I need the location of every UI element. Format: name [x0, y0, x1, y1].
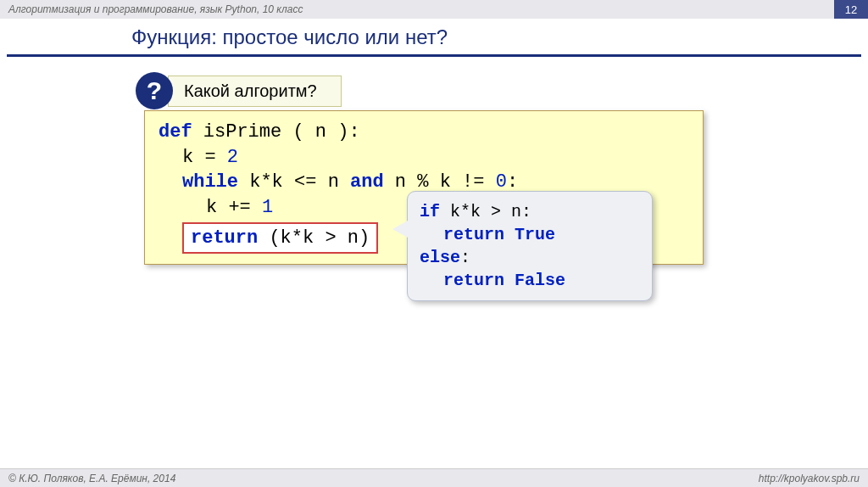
callout-line-4: return False — [420, 269, 640, 292]
callout-box: if k*k > n: return True else: return Fal… — [407, 191, 653, 301]
footer-bar: © К.Ю. Поляков, Е.А. Ерёмин, 2014 http:/… — [0, 468, 868, 487]
title-area: Функция: простое число или нет? — [0, 19, 868, 53]
callout-line-1: if k*k > n: — [420, 200, 640, 223]
slide-title: Функция: простое число или нет? — [131, 25, 868, 49]
footer-url: http://kpolyakov.spb.ru — [759, 473, 860, 484]
return-highlight-box: return (k*k > n) — [182, 222, 378, 255]
page-number: 12 — [834, 0, 868, 19]
course-label: Алгоритмизация и программирование, язык … — [8, 3, 303, 15]
keyword-return: return — [191, 227, 258, 249]
question-row: ? Какой алгоритм? — [136, 72, 868, 109]
code-line-1: def isPrime ( n ): — [159, 120, 689, 145]
question-mark-icon: ? — [136, 72, 173, 109]
keyword-else: else — [420, 248, 460, 267]
keyword-if: if — [420, 202, 440, 221]
keyword-def: def — [159, 121, 192, 143]
code-line-2: k = 2 — [159, 145, 689, 171]
keyword-while: while — [182, 171, 238, 193]
keyword-and: and — [350, 171, 384, 193]
copyright: © К.Ю. Поляков, Е.А. Ерёмин, 2014 — [8, 473, 175, 484]
title-underline — [7, 54, 861, 57]
callout-line-2: return True — [420, 223, 640, 246]
question-label: Какой алгоритм? — [168, 76, 342, 107]
header-bar: Алгоритмизация и программирование, язык … — [0, 0, 868, 19]
callout-line-3: else: — [420, 246, 640, 269]
